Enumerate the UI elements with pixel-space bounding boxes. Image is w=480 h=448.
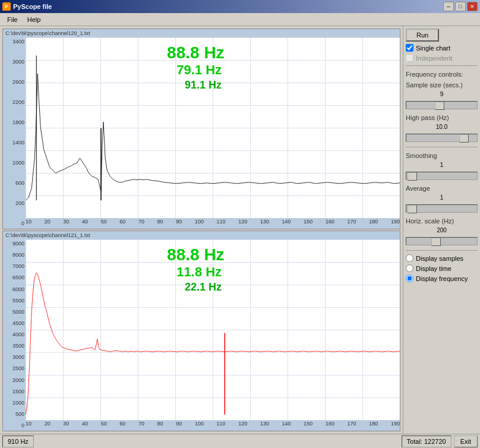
chart-1-y-axis: 3400 3000 2600 2200 1800 1400 1000 600 2… [3,37,26,228]
display-samples-radio[interactable] [406,254,413,262]
title-bar-text: PyScope file [13,3,52,10]
charts-area: C:\dev\tk\pyscope\channel120_1.txt 3400 … [0,26,403,434]
display-frequency-radio[interactable] [406,275,413,282]
chart-2-filepath: C:\dev\tk\pyscope\channel121_1.txt [3,231,400,239]
chart-2-freq-2: 11.8 Hz [176,264,222,280]
chart-2-x-axis: 10 20 30 40 50 60 70 80 90 100 110 120 1… [26,420,400,430]
average-thumb[interactable] [408,205,417,213]
high-pass-thumb[interactable] [459,134,469,143]
average-slider-container [406,204,478,213]
horiz-scale-slider[interactable] [406,237,478,245]
menu-help[interactable]: Help [23,15,46,24]
horiz-scale-value: 200 [406,227,478,234]
frequency-controls-label: Frequency controls: [406,71,478,78]
sample-size-thumb[interactable] [435,102,444,110]
run-button[interactable]: Run [406,29,439,42]
display-time-row: Display time [406,264,478,272]
smoothing-value: 1 [406,162,478,168]
chart-2-y-axis: 9000 8000 7000 6500 6000 5500 5000 4500 … [3,239,26,430]
high-pass-label: High pass (Hz) [406,114,478,121]
chart-1-freq-2: 79.1 Hz [176,62,222,78]
display-frequency-label: Display frequency [416,275,468,282]
chart-1-x-axis: 10 20 30 40 50 60 70 80 90 100 110 120 1… [26,218,400,228]
status-bar: 910 Hz Total: 122720 Exit [0,434,480,448]
sample-size-slider-container [406,101,478,109]
sample-size-slider[interactable] [406,101,478,109]
smoothing-thumb[interactable] [408,172,417,181]
horiz-scale-label: Horiz. scale (Hz) [406,217,478,225]
horiz-scale-slider-container [406,237,478,245]
chart-2-freq-3: 22.1 Hz [185,281,222,294]
chart-1: C:\dev\tk\pyscope\channel120_1.txt 3400 … [2,29,400,229]
menu-file[interactable]: File [2,15,23,24]
maximize-button[interactable]: □ [455,2,466,11]
display-frequency-row: Display frequency [406,275,478,282]
smoothing-slider[interactable] [406,172,478,180]
display-samples-row: Display samples [406,254,478,262]
chart-1-canvas: 3400 3000 2600 2200 1800 1400 1000 600 2… [3,37,400,228]
horiz-scale-thumb[interactable] [431,238,441,246]
chart-2-canvas: 9000 8000 7000 6500 6000 5500 5000 4500 … [3,239,400,430]
smoothing-slider-container [406,172,478,180]
display-time-label: Display time [416,265,451,272]
independent-row: Independent [406,54,478,62]
sample-size-value: 9 [406,91,478,97]
title-bar: P PyScope file ─ □ ✕ [0,0,480,13]
menu-bar: File Help [0,13,480,26]
exit-button[interactable]: Exit [454,436,478,447]
sample-size-label: Sample size (secs.) [406,81,478,89]
chart-1-filepath: C:\dev\tk\pyscope\channel120_1.txt [3,29,400,37]
single-chart-checkbox[interactable] [406,44,413,52]
chart-1-freq-1: 88.8 Hz [167,43,225,62]
display-time-radio[interactable] [406,264,413,272]
minimize-button[interactable]: ─ [443,2,454,11]
close-button[interactable]: ✕ [467,2,478,11]
single-chart-label: Single chart [416,45,450,52]
status-sample-count: 910 Hz [2,436,34,447]
average-label: Average [406,185,478,192]
independent-checkbox[interactable] [406,54,413,62]
independent-label: Independent [416,55,452,62]
high-pass-slider-container [406,134,478,142]
smoothing-label: Smoothing [406,152,478,159]
display-samples-label: Display samples [416,255,463,262]
single-chart-row: Single chart [406,44,478,52]
high-pass-slider[interactable] [406,134,478,142]
chart-2: C:\dev\tk\pyscope\channel121_1.txt 9000 … [2,231,400,431]
average-slider[interactable] [406,204,478,213]
app-icon: P [2,2,11,11]
high-pass-value: 10.0 [406,124,478,130]
chart-1-freq-3: 91.1 Hz [185,79,222,92]
chart-2-freq-1: 88.8 Hz [167,245,225,264]
right-panel: Run Single chart Independent Frequency c… [403,26,480,434]
average-value: 1 [406,194,478,201]
status-total: Total: 122720 [402,436,451,447]
